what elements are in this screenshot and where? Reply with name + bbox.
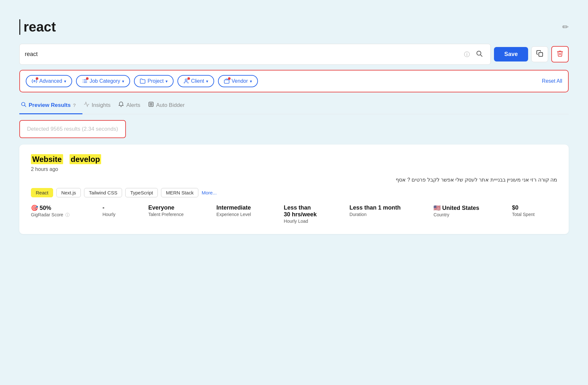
- info-icon[interactable]: ⓘ: [464, 51, 470, 58]
- job-title-word1: Website: [31, 154, 63, 164]
- stat-talent: Everyone Talent Preference: [148, 204, 206, 217]
- svg-point-3: [34, 80, 35, 82]
- svg-rect-2: [539, 52, 543, 56]
- tag-tailwind[interactable]: Tailwind CSS: [84, 188, 122, 197]
- stats-row: 🎯 50% GigRadar Score ⓘ - Hourly Everyone…: [31, 204, 557, 224]
- filter-client[interactable]: Client ▾: [177, 75, 214, 87]
- vendor-chevron: ▾: [250, 79, 252, 84]
- svg-rect-11: [224, 80, 229, 83]
- stat-hourly: - Hourly: [102, 204, 138, 217]
- tabs-row: Preview Results ? Insights Alerts: [19, 98, 569, 114]
- stat-talent-value: Everyone: [148, 204, 206, 211]
- copy-button[interactable]: [531, 46, 548, 62]
- stat-experience: Intermediate Experience Level: [216, 204, 273, 217]
- delete-button[interactable]: [551, 46, 569, 62]
- advanced-label: Advanced: [39, 78, 62, 84]
- stat-country-value: 🇺🇸 United States: [433, 204, 502, 211]
- stat-gigradar: 🎯 50% GigRadar Score ⓘ: [31, 204, 92, 218]
- project-icon: [140, 78, 146, 84]
- save-button[interactable]: Save: [494, 47, 528, 61]
- filter-project[interactable]: Project ▾: [134, 75, 174, 87]
- stat-total-spent-label: Total Spent: [512, 212, 557, 217]
- job-category-icon: [82, 78, 88, 84]
- tag-react[interactable]: React: [31, 188, 53, 197]
- tab-insights-label: Insights: [92, 102, 111, 108]
- tab-autobidder[interactable]: Auto Bidder: [147, 98, 191, 114]
- alerts-icon: [118, 101, 124, 109]
- stat-experience-value: Intermediate: [216, 204, 273, 211]
- svg-point-10: [185, 79, 187, 81]
- stat-gigradar-value: 🎯 50%: [31, 204, 92, 211]
- client-chevron: ▾: [206, 79, 208, 84]
- stat-hourly-value: -: [102, 204, 138, 211]
- results-banner: Detected 9565 results (2.34 seconds): [19, 120, 126, 138]
- autobidder-icon: [148, 101, 154, 109]
- tab-preview-label: Preview Results: [29, 102, 71, 108]
- job-category-label: Job Category: [90, 78, 120, 84]
- stat-country: 🇺🇸 United States Country: [433, 204, 502, 217]
- tab-autobidder-label: Auto Bidder: [156, 102, 185, 108]
- job-category-chevron: ▾: [122, 79, 124, 84]
- preview-results-icon: [21, 101, 26, 109]
- stat-gigradar-label: GigRadar Score ⓘ: [31, 212, 92, 218]
- tab-preview-results[interactable]: Preview Results ?: [19, 98, 82, 114]
- stat-duration-label: Duration: [349, 212, 423, 217]
- tag-nextjs[interactable]: Next.js: [56, 188, 81, 197]
- svg-line-13: [24, 105, 26, 107]
- tags-row: React Next.js Tailwind CSS TypeScript ME…: [31, 188, 557, 197]
- stat-hourly-load-label: Hourly Load: [284, 219, 339, 224]
- stat-experience-label: Experience Level: [216, 212, 273, 217]
- page-title: react: [19, 19, 56, 35]
- stat-hourly-load-value: Less than30 hrs/week: [284, 204, 339, 218]
- advanced-icon: [32, 78, 37, 84]
- insights-icon: [84, 101, 90, 109]
- stat-hourly-load: Less than30 hrs/week Hourly Load: [284, 204, 339, 224]
- reset-all-button[interactable]: Reset All: [542, 78, 562, 84]
- client-icon: [183, 78, 189, 84]
- tab-alerts-label: Alerts: [126, 102, 140, 108]
- filters-row: Advanced ▾ Job Category ▾ Project ▾: [19, 70, 569, 92]
- advanced-chevron: ▾: [64, 79, 66, 84]
- tags-more-link[interactable]: More...: [202, 190, 217, 195]
- filter-vendor[interactable]: Vendor ▾: [218, 75, 258, 87]
- svg-line-1: [480, 55, 482, 56]
- stat-duration-value: Less than 1 month: [349, 204, 423, 211]
- search-button[interactable]: [473, 47, 485, 61]
- tab-alerts[interactable]: Alerts: [117, 98, 147, 114]
- tab-insights[interactable]: Insights: [82, 98, 117, 114]
- vendor-icon: [224, 78, 230, 84]
- search-input[interactable]: [25, 51, 461, 58]
- job-description: מה קורה רזי אני מעוניין בבנייית אתר לעסק…: [31, 177, 557, 183]
- project-label: Project: [147, 78, 164, 84]
- vendor-label: Vendor: [232, 78, 248, 84]
- results-text: Detected 9565 results (2.34 seconds): [27, 126, 118, 132]
- job-card: Website develop 2 hours ago מה קורה רזי …: [19, 145, 569, 234]
- edit-icon[interactable]: ✏: [562, 23, 569, 32]
- filter-advanced[interactable]: Advanced ▾: [26, 75, 72, 87]
- help-icon[interactable]: ?: [73, 102, 76, 108]
- tag-typescript[interactable]: TypeScript: [125, 188, 158, 197]
- search-row: ⓘ Save: [19, 44, 569, 65]
- stat-total-spent: $0 Total Spent: [512, 204, 557, 217]
- tag-mern[interactable]: MERN Stack: [161, 188, 198, 197]
- page-title-area: react ✏: [19, 19, 569, 35]
- stat-total-spent-value: $0: [512, 204, 557, 211]
- job-title-word2: develop: [70, 154, 101, 164]
- stat-talent-label: Talent Preference: [148, 212, 206, 217]
- job-posted: 2 hours ago: [31, 166, 557, 172]
- client-label: Client: [191, 78, 204, 84]
- stat-duration: Less than 1 month Duration: [349, 204, 423, 217]
- job-title: Website develop: [31, 155, 557, 164]
- search-box: ⓘ: [19, 44, 491, 65]
- project-chevron: ▾: [166, 79, 168, 84]
- stat-hourly-label: Hourly: [102, 212, 138, 217]
- us-flag: 🇺🇸: [433, 205, 441, 211]
- stat-country-label: Country: [433, 212, 502, 217]
- filter-job-category[interactable]: Job Category ▾: [76, 75, 130, 87]
